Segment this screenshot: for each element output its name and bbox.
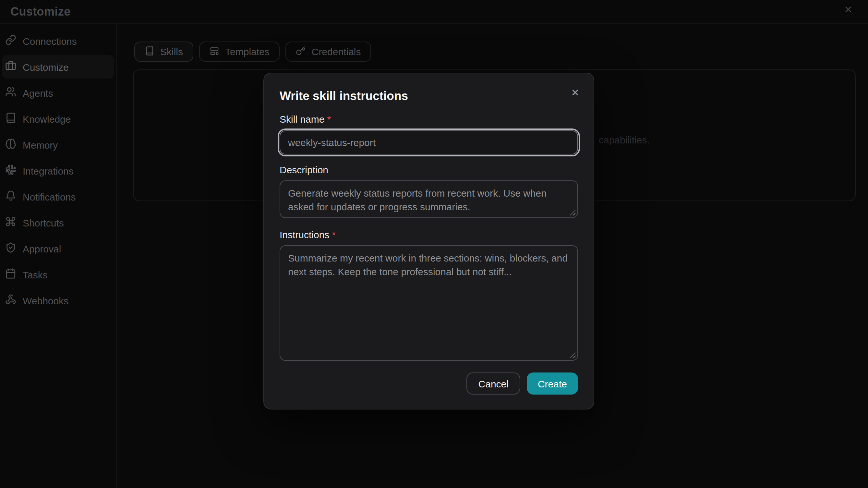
description-label: Description bbox=[280, 164, 578, 176]
create-button[interactable]: Create bbox=[527, 372, 578, 395]
required-marker: * bbox=[327, 114, 331, 125]
skill-name-input[interactable] bbox=[280, 130, 578, 154]
skill-name-label: Skill name* bbox=[280, 114, 578, 125]
field-label-text: Skill name bbox=[280, 114, 324, 125]
instructions-label: Instructions* bbox=[280, 229, 578, 241]
modal-title: Write skill instructions bbox=[280, 89, 578, 103]
instructions-textarea[interactable] bbox=[280, 245, 578, 361]
close-icon[interactable]: ✕ bbox=[570, 86, 581, 99]
description-textarea[interactable] bbox=[280, 180, 578, 218]
stage: Customize ✕ Connections Customize Agents… bbox=[0, 0, 868, 488]
modal-actions: Cancel Create bbox=[280, 372, 578, 395]
instructions-field-wrap bbox=[280, 245, 578, 361]
cancel-button[interactable]: Cancel bbox=[467, 372, 520, 395]
field-label-text: Instructions bbox=[280, 229, 329, 240]
required-marker: * bbox=[332, 229, 336, 240]
description-field-wrap bbox=[280, 180, 578, 218]
field-label-text: Description bbox=[280, 164, 328, 175]
skill-instructions-modal: ✕ Write skill instructions Skill name* D… bbox=[264, 73, 594, 409]
app-root: Customize ✕ Connections Customize Agents… bbox=[0, 0, 868, 488]
